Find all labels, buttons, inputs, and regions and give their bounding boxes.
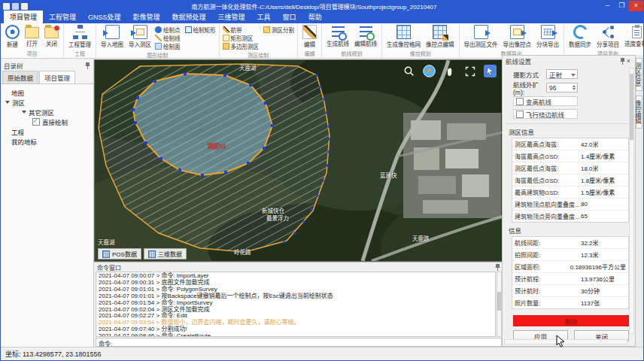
panel-close-icon[interactable]: × xyxy=(625,57,632,65)
poly-survey-button[interactable]: 多边形测区 xyxy=(223,42,260,50)
tree-item-direct-draw[interactable]: 直接绘制 xyxy=(1,117,93,126)
project-manage-button[interactable]: 工程管理 xyxy=(67,25,93,48)
import-survey-button[interactable]: 导入测区 xyxy=(127,25,153,48)
export-gcp-button[interactable]: 导出像控点 xyxy=(502,25,533,48)
menu-tab-project-management[interactable]: 项目管理 xyxy=(4,11,43,23)
row-label: 建筑物顶点航向重叠度... xyxy=(515,200,581,208)
draw-point-button[interactable]: 绘制点 xyxy=(155,26,181,34)
edit-button[interactable]: 编辑 xyxy=(301,25,318,48)
pin-icon[interactable] xyxy=(620,58,625,65)
search-icon[interactable] xyxy=(402,65,415,77)
close-project-button[interactable]: 关闭 xyxy=(43,25,60,47)
gcp-grid-icon xyxy=(396,25,411,39)
three-d-data-icon xyxy=(148,250,156,258)
variable-height-checkbox[interactable] xyxy=(516,98,524,105)
tab-project-management[interactable]: 项目管理 xyxy=(39,71,75,83)
fit-extent-icon[interactable] xyxy=(463,65,476,77)
ribbon-group-label-project: 项目 xyxy=(4,49,60,58)
maximize-button[interactable]: ❐ xyxy=(615,1,629,11)
command-input[interactable]: 命令: xyxy=(96,338,502,347)
close-label: 关闭 xyxy=(46,39,57,47)
survey-info-section-title: 测区信息 xyxy=(509,127,635,136)
draw-polygon-button[interactable]: 绘制面 xyxy=(155,42,181,50)
open-button[interactable]: 打开 xyxy=(23,25,41,47)
row-label: 海拔最高点GSD: xyxy=(515,152,581,160)
data-sync-button[interactable]: 数据同步 xyxy=(567,25,593,48)
vtab-gcp-edit[interactable]: 像控编辑 xyxy=(636,96,642,129)
menu-tab-tools[interactable]: 工具 xyxy=(251,11,277,23)
flight-strip-button[interactable]: 航带 xyxy=(223,26,260,34)
command-log[interactable]: 2021-04-07 09:00:07 > 命令: ImportLayer 20… xyxy=(96,272,496,337)
map-place-label: 天鹿路 xyxy=(412,234,430,242)
import-map-button[interactable]: 导入地图 xyxy=(99,25,125,48)
tree-item-project[interactable]: 工程 xyxy=(1,126,93,136)
menu-tab-window[interactable]: 窗口 xyxy=(277,11,302,23)
spin-down-icon[interactable] xyxy=(573,88,576,90)
vtab-survey-info[interactable]: 测区信息 xyxy=(636,58,642,91)
tree-item-map[interactable]: 地图 xyxy=(1,87,93,97)
rect-survey-icon xyxy=(223,35,229,41)
pin-icon[interactable] xyxy=(85,62,90,69)
menu-tab-preprocess[interactable]: 数据预处理 xyxy=(166,11,212,23)
tree-item-other-survey[interactable]: 其它测区 xyxy=(1,107,93,117)
edit-route-button[interactable]: 编辑航线 xyxy=(353,25,378,47)
photo-mode-label: 摄影方式 xyxy=(513,70,546,79)
generate-gcp-grid-button[interactable]: 生成像控格网 xyxy=(385,25,422,48)
tree-item-direct-draw-label: 直接绘制 xyxy=(42,117,68,126)
row-label: 最高建筑物GSD: xyxy=(515,188,581,196)
table-row: 照片数量:1137张 xyxy=(512,297,628,308)
export-survey-file-label: 导出测区文件 xyxy=(464,40,498,48)
save-icon[interactable] xyxy=(12,3,19,10)
export-block-button[interactable]: 分块导出 xyxy=(535,25,560,48)
tree-item-survey[interactable]: 测区 xyxy=(1,97,93,107)
variable-height-checkbox-row[interactable]: 变高航线 xyxy=(513,96,578,106)
generate-route-button[interactable]: 生成航线 xyxy=(325,25,351,47)
export-survey-file-button[interactable]: 导出测区文件 xyxy=(463,25,500,48)
menu-tab-3d[interactable]: 三维管理 xyxy=(212,11,251,23)
rect-survey-button[interactable]: 矩形测区 xyxy=(223,34,260,42)
map-viewport[interactable]: 测区01 天鹿湖 新城快仓 最景浮力 蓝建快 天鹿湖 岭花路 天鹿路 xyxy=(94,59,503,262)
draw-line-button[interactable]: 绘制线 xyxy=(155,34,181,42)
panel-horizontal-scrollbar[interactable] xyxy=(504,339,627,344)
tab-3d-data[interactable]: 三维数据 xyxy=(144,248,187,259)
pan-hand-icon[interactable] xyxy=(443,65,456,77)
draw-rectangle-button[interactable]: 绘制矩形 xyxy=(185,26,216,34)
delete-route-button[interactable]: 删除 xyxy=(513,315,629,326)
split-survey-button[interactable]: 测区分割 xyxy=(263,26,294,34)
map-place-label: 岭花路 xyxy=(234,247,251,256)
checkbox-direct-draw[interactable] xyxy=(32,118,40,126)
console-scrollbar[interactable] xyxy=(497,272,502,337)
row-label: 拍照间距: xyxy=(515,250,581,259)
menu-tab-image[interactable]: 影像管理 xyxy=(127,11,166,23)
chevron-down-icon[interactable] xyxy=(22,111,26,114)
photo-mode-select[interactable]: 正射 xyxy=(546,69,578,79)
close-button[interactable]: × xyxy=(629,1,643,11)
fly-boundary-checkbox[interactable] xyxy=(516,111,524,118)
import-map-label: 导入地图 xyxy=(101,40,123,48)
tree-item-landmark[interactable]: 我的地标 xyxy=(1,136,93,146)
new-button[interactable]: 新建 xyxy=(4,25,21,48)
progress-view-button[interactable]: 进度查看 xyxy=(623,25,644,47)
menu-tab-engineering[interactable]: 工程管理 xyxy=(43,11,82,23)
new-project-icon xyxy=(5,25,20,39)
tab-pos-data[interactable]: POS数据 xyxy=(98,248,141,259)
route-expand-stepper[interactable]: 96 xyxy=(546,83,578,93)
pin-icon[interactable] xyxy=(495,264,500,271)
undo-icon[interactable] xyxy=(21,3,28,10)
select-cursor-icon[interactable] xyxy=(484,65,497,77)
menu-tab-help[interactable]: 帮助 xyxy=(302,11,328,23)
chevron-down-icon xyxy=(571,74,576,77)
menu-tab-gnss[interactable]: GNSS处理 xyxy=(82,11,127,23)
route-settings-panel: 航线设置 × 摄影方式 正射 航线外扩(m): 96 变高航线 飞行绕边航线 测… xyxy=(502,55,636,347)
locate-globe-icon[interactable] xyxy=(423,65,436,77)
fly-boundary-checkbox-row[interactable]: 飞行绕边航线 xyxy=(513,109,578,119)
tree-item-survey-label: 测区 xyxy=(12,98,25,107)
edit-gcp-button[interactable]: 像控点编辑 xyxy=(424,25,456,48)
chevron-down-icon[interactable] xyxy=(5,101,10,104)
minimize-button[interactable]: – xyxy=(600,1,615,11)
share-project-button[interactable]: 分享项目 xyxy=(595,25,621,48)
spin-up-icon[interactable] xyxy=(573,85,576,87)
tree-item-project-label: 工程 xyxy=(11,127,24,136)
tab-raw-data[interactable]: 原始数据 xyxy=(2,71,38,83)
tree-item-other-survey-label: 其它测区 xyxy=(29,108,54,117)
